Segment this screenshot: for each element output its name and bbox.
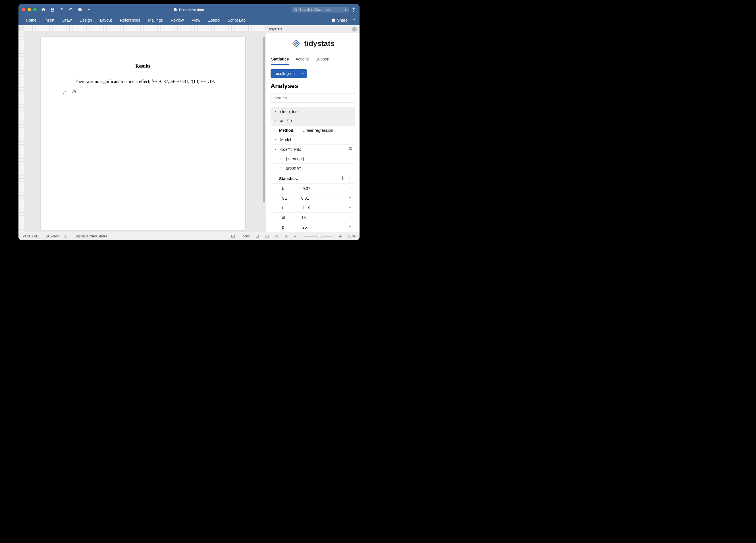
tab-review[interactable]: Review <box>167 15 188 25</box>
zoom-knob[interactable] <box>318 235 321 238</box>
stat-row-b: b -0.37 <box>271 184 355 193</box>
stat-se-label: SE <box>171 79 176 84</box>
stat-value: 18 <box>301 215 306 220</box>
vertical-scrollbar[interactable] <box>263 37 265 205</box>
tab-layout[interactable]: Layout <box>96 15 116 25</box>
svg-rect-9 <box>265 235 269 237</box>
stat-key: SE <box>282 196 301 201</box>
insert-stat-button[interactable] <box>348 215 352 220</box>
ribbon-collapse-icon[interactable] <box>352 18 356 22</box>
tree-label: (Intercept) <box>286 157 304 161</box>
share-button[interactable]: Share <box>329 18 350 22</box>
grid-icon[interactable] <box>348 147 352 152</box>
stat-key: b <box>282 186 301 191</box>
stat-value: -0.37 <box>301 186 310 191</box>
doc-paragraph: p = .25. <box>63 87 223 97</box>
sidepane-tab-statistics[interactable]: Statistics <box>271 57 289 65</box>
spellcheck-icon[interactable] <box>64 234 68 239</box>
tab-zotero[interactable]: Zotero <box>204 15 224 25</box>
save-icon[interactable] <box>50 7 55 12</box>
content-row: Results There was no significant treatme… <box>18 25 360 232</box>
tab-draw[interactable]: Draw <box>58 15 76 25</box>
traffic-lights <box>22 8 37 11</box>
status-focus[interactable]: Focus <box>240 234 250 238</box>
stat-key: df <box>282 215 301 220</box>
redo-icon[interactable] <box>68 7 73 12</box>
horizontal-ruler[interactable] <box>24 25 266 31</box>
svg-rect-8 <box>256 235 258 238</box>
scroll-thumb[interactable] <box>263 37 265 202</box>
stat-row-se: SE 0.31 <box>271 193 355 203</box>
search-input[interactable]: Search in Document ▾ <box>292 7 349 13</box>
file-picker-button[interactable]: results.json <box>271 69 307 78</box>
gear-icon[interactable] <box>340 176 345 181</box>
home-icon[interactable] <box>41 7 46 12</box>
help-icon[interactable] <box>351 7 356 12</box>
tab-view[interactable]: View <box>188 15 204 25</box>
status-language[interactable]: English (United States) <box>74 234 109 238</box>
undo-icon[interactable] <box>59 7 64 12</box>
tab-insert[interactable]: Insert <box>40 15 58 25</box>
search-placeholder: Search in Document <box>299 8 330 12</box>
minimize-window-button[interactable] <box>28 8 31 11</box>
chevron-right-icon <box>273 110 277 114</box>
tree-label: groupTrt <box>286 166 301 171</box>
tree-label: Model <box>280 138 291 142</box>
file-picker-dropdown-icon[interactable] <box>299 69 307 78</box>
stat-value: -1.19 <box>301 206 310 210</box>
maximize-window-button[interactable] <box>33 8 37 11</box>
page-scroll-area[interactable]: Results There was no significant treatme… <box>18 31 266 232</box>
zoom-value[interactable]: 120% <box>347 234 356 238</box>
tree-label: Coefficients <box>280 147 301 152</box>
doc-heading: Results <box>63 61 223 71</box>
model-row[interactable]: Model <box>271 135 355 144</box>
coefficients-row[interactable]: Coefficients <box>271 144 355 154</box>
zoom-in-button[interactable]: + <box>339 234 342 239</box>
tab-home[interactable]: Home <box>22 15 40 25</box>
insert-stat-button[interactable] <box>348 186 352 191</box>
intercept-row[interactable]: (Intercept) <box>271 154 355 163</box>
draft-view-icon[interactable] <box>284 234 288 239</box>
stat-value: 0.31 <box>301 196 309 201</box>
app-window: ▾ Document.docx Search in Document ▾ Hom… <box>18 4 360 240</box>
sidepane-tab-support[interactable]: Support <box>315 57 329 65</box>
text-run: = .25. <box>66 89 77 94</box>
grouptrt-row[interactable]: groupTrt <box>271 163 355 173</box>
zoom-slider[interactable] <box>304 236 332 237</box>
chevron-down-icon <box>279 166 283 170</box>
tab-references[interactable]: References <box>116 15 144 25</box>
customize-toolbar-icon[interactable]: ▾ <box>86 7 92 12</box>
close-window-button[interactable] <box>22 8 25 11</box>
tree-label: lm_D9 <box>280 119 292 123</box>
sidepane-tabs: Statistics Actions Support <box>266 53 360 65</box>
plus-icon[interactable] <box>348 176 352 181</box>
insert-stat-button[interactable] <box>348 205 352 210</box>
print-icon[interactable] <box>77 7 82 12</box>
analysis-sleep-test[interactable]: sleep_test <box>271 107 355 116</box>
method-row: Method: Linear regression <box>271 126 355 135</box>
analysis-lm-d9[interactable]: lm_D9 <box>271 116 355 126</box>
text-run: = 0.31, <box>175 79 190 84</box>
status-words[interactable]: 19 words <box>45 234 59 238</box>
statistics-header-row: Statistics: <box>271 173 355 184</box>
sidepane-tab-actions[interactable]: Actions <box>296 57 309 65</box>
tab-mailings[interactable]: Mailings <box>144 15 167 25</box>
print-layout-icon[interactable] <box>255 234 259 239</box>
focus-mode-icon[interactable] <box>231 234 235 239</box>
status-page[interactable]: Page 1 of 1 <box>22 234 40 238</box>
stats-label: Statistics: <box>279 176 298 181</box>
outline-view-icon[interactable] <box>274 234 279 239</box>
tab-scriptlab[interactable]: Script Lab <box>224 15 250 25</box>
web-layout-icon[interactable] <box>265 234 269 239</box>
chevron-right-icon <box>273 138 277 142</box>
zoom-out-button[interactable]: − <box>294 234 296 239</box>
sidepane-body: results.json Analyses sleep_test lm_D9 M… <box>266 65 360 232</box>
quick-access-toolbar: ▾ <box>41 7 92 12</box>
close-sidepane-button[interactable]: ✕ <box>352 27 357 32</box>
stat-row-p: p .25 <box>271 222 355 232</box>
insert-stat-button[interactable] <box>348 196 352 201</box>
insert-stat-button[interactable] <box>348 225 352 230</box>
analyses-search-input[interactable] <box>271 93 355 103</box>
tab-design[interactable]: Design <box>76 15 96 25</box>
document-page[interactable]: Results There was no significant treatme… <box>41 37 245 230</box>
